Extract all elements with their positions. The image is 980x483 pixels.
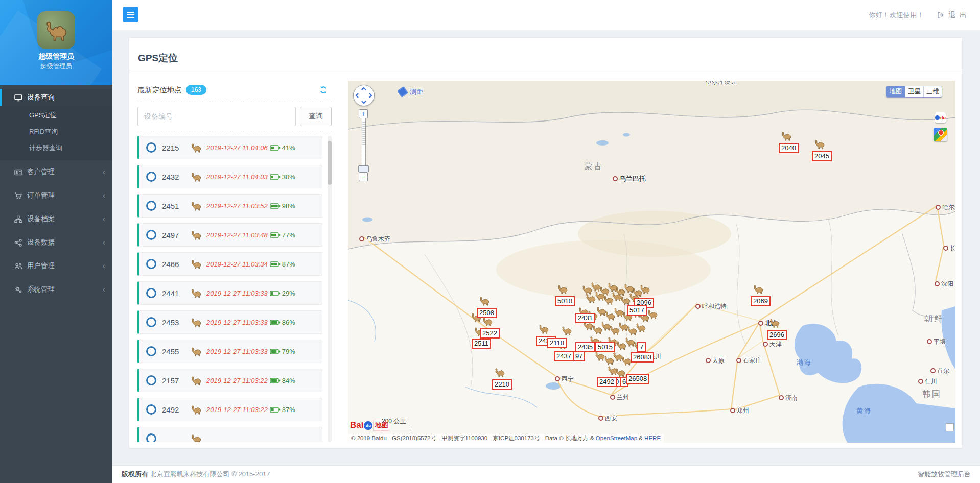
fullscreen-icon[interactable] [946, 423, 954, 431]
sidebar-menu: 设备查询 GPS定位 RFID查询 计步器查询 客户管理‹ 订单管理‹ 设备档案… [0, 85, 112, 301]
camel-marker-icon[interactable] [634, 322, 647, 333]
sidebar-item-customer[interactable]: 客户管理‹ [0, 160, 112, 184]
scrollbar[interactable] [328, 136, 332, 442]
device-radio[interactable] [146, 317, 156, 327]
device-map-label[interactable]: 5015 [595, 342, 615, 352]
device-map-label[interactable]: 2040 [779, 143, 799, 153]
sidebar-item-device-data[interactable]: 设备数据‹ [0, 231, 112, 254]
here-link[interactable]: HERE [644, 435, 661, 441]
sidebar-toggle-button[interactable] [123, 7, 138, 22]
sidebar: 超级管理员 超级管理员 设备查询 GPS定位 RFID查询 计步器查询 客户管理… [0, 0, 112, 483]
device-map-label[interactable]: 2437 [554, 351, 574, 361]
device-row[interactable]: 2441 2019-12-27 11:03:33 29% [137, 281, 322, 305]
device-map-label[interactable]: 5017 [627, 305, 647, 316]
device-row[interactable]: 2432 2019-12-27 11:04:03 30% [137, 165, 322, 188]
sidebar-item-device-query[interactable]: 设备查询 [0, 89, 112, 106]
device-map-label[interactable]: 2110 [547, 338, 567, 348]
device-radio[interactable] [146, 288, 156, 298]
device-map-label[interactable]: 2431 [575, 313, 595, 323]
zoom-in-button[interactable]: + [359, 109, 368, 118]
avatar[interactable] [37, 11, 75, 49]
device-row[interactable]: 2455 2019-12-27 11:03:33 79% [137, 340, 322, 363]
camel-marker-icon[interactable] [780, 130, 793, 141]
device-radio[interactable] [146, 346, 156, 356]
device-radio[interactable] [146, 433, 156, 442]
search-button[interactable]: 查询 [300, 107, 332, 126]
camel-marker-icon[interactable] [813, 138, 826, 150]
baidu-du-icon[interactable]: du [935, 112, 946, 123]
device-radio[interactable] [146, 404, 156, 415]
device-row[interactable]: 2492 2019-12-27 11:03:22 37% [137, 398, 322, 421]
refresh-icon[interactable] [319, 86, 328, 94]
device-map-label[interactable]: 26083 [631, 352, 654, 363]
device-row[interactable]: 2215 2019-12-27 11:04:06 41% [137, 136, 322, 159]
camel-marker-icon[interactable] [560, 325, 573, 336]
device-number-input[interactable] [137, 107, 296, 126]
device-timestamp: 2019-12-27 11:03:33 [206, 348, 268, 355]
device-map-label[interactable]: 2069 [751, 296, 771, 306]
zoom-out-button[interactable]: − [359, 172, 368, 181]
device-map-label[interactable]: 2435 [575, 342, 595, 352]
device-radio[interactable] [146, 172, 156, 182]
sidebar-item-users[interactable]: 用户管理‹ [0, 254, 112, 278]
ruler-icon [397, 86, 408, 98]
baidu-map[interactable]: 伊尔库茨克蒙古乌兰巴托乌鲁木齐哈尔滨长春沈阳朝鲜平壤首尔仁川韩国北京天津呼和浩特… [348, 81, 955, 443]
device-map-label[interactable]: 2210 [492, 379, 512, 390]
camel-icon [190, 287, 203, 299]
device-map-label[interactable]: 2511 [472, 339, 491, 349]
map-type-map-button[interactable]: 地图 [886, 86, 905, 97]
map-type-3d-button[interactable]: 三维 [923, 86, 942, 97]
camel-marker-icon[interactable] [752, 283, 765, 295]
sidebar-item-system[interactable]: 系统管理‹ [0, 278, 112, 301]
map-type-satellite-button[interactable]: 卫星 [905, 86, 923, 97]
device-row[interactable] [137, 427, 322, 442]
device-radio[interactable] [146, 230, 156, 240]
osm-link[interactable]: OpenStreetMap [596, 435, 637, 441]
map-label-city: 伊尔库茨克 [706, 81, 736, 86]
map-label-city: 哈尔滨 [936, 203, 955, 212]
camel-marker-icon[interactable] [478, 295, 491, 306]
device-radio[interactable] [146, 142, 156, 153]
device-map-label[interactable]: 2045 [812, 151, 832, 161]
device-radio[interactable] [146, 259, 156, 269]
scale-bracket [382, 426, 411, 429]
device-id: 2432 [162, 173, 188, 181]
city-dot [943, 246, 948, 251]
map-pan-control[interactable] [353, 85, 375, 106]
device-map-label[interactable]: 2492 [597, 377, 617, 387]
scrollbar-thumb[interactable] [328, 141, 332, 185]
device-row[interactable]: 2466 2019-12-27 11:03:34 87% [137, 252, 322, 276]
device-row[interactable]: 2453 2019-12-27 11:03:33 86% [137, 310, 322, 334]
camel-marker-icon[interactable] [614, 367, 627, 378]
device-row[interactable]: 2451 2019-12-27 11:03:52 98% [137, 194, 322, 218]
camel-marker-icon[interactable] [556, 283, 569, 295]
camel-marker-icon[interactable] [537, 323, 550, 334]
measure-label: 测距 [410, 87, 423, 96]
sidebar-subitem-pedometer[interactable]: 计步器查询 [0, 140, 112, 156]
camel-marker-icon[interactable] [493, 367, 506, 378]
camel-icon [190, 375, 203, 386]
sidebar-item-orders[interactable]: 订单管理‹ [0, 184, 112, 207]
device-map-label[interactable]: 2508 [477, 308, 497, 318]
device-radio[interactable] [146, 201, 156, 211]
map-label-city: 长春 [943, 244, 955, 253]
device-map-label[interactable]: 97 [573, 351, 585, 361]
device-map-label[interactable]: 2696 [767, 330, 787, 340]
camel-marker-icon[interactable] [768, 317, 781, 328]
camel-marker-icon[interactable] [646, 308, 659, 320]
zoom-slider-handle[interactable] [358, 165, 369, 172]
device-map-label[interactable]: 5010 [555, 296, 575, 306]
logout-button[interactable]: 退 出 [937, 11, 968, 20]
device-map-label[interactable]: 2522 [480, 328, 500, 339]
measure-distance-tool[interactable]: 测距 [399, 87, 423, 96]
maps-pin-icon[interactable] [934, 128, 947, 141]
zoom-slider-track[interactable] [362, 118, 366, 165]
device-row[interactable]: 2157 2019-12-27 11:03:22 84% [137, 369, 322, 392]
sidebar-subitem-rfid[interactable]: RFID查询 [0, 124, 112, 140]
device-radio[interactable] [146, 375, 156, 385]
device-map-label[interactable]: 7 [637, 342, 646, 352]
device-row[interactable]: 2497 2019-12-27 11:03:48 77% [137, 223, 322, 247]
device-map-label[interactable]: 26508 [626, 374, 649, 384]
sidebar-subitem-gps[interactable]: GPS定位 [0, 107, 112, 124]
sidebar-item-device-archive[interactable]: 设备档案‹ [0, 207, 112, 231]
